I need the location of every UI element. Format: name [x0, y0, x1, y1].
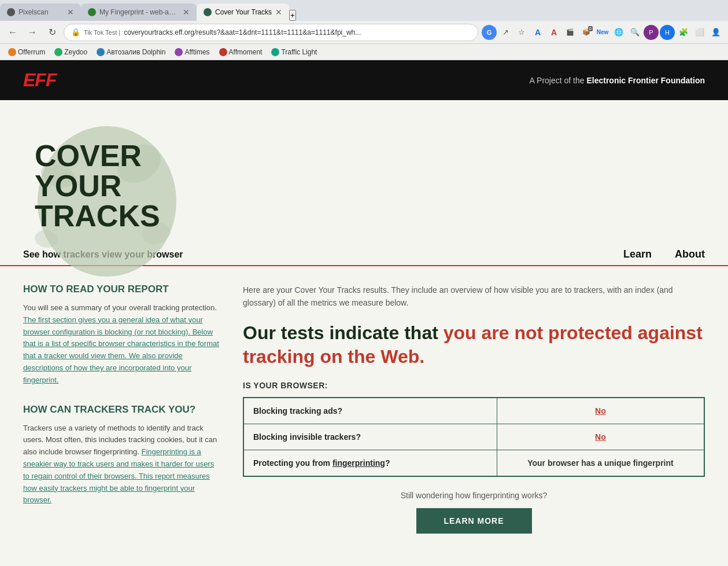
bookmark-label: Affmoment [229, 48, 263, 56]
forward-button[interactable]: → [24, 24, 40, 41]
url-text: coveryourtracks.eff.org/results?&aat=1&d… [124, 28, 361, 36]
wonder-text: Still wondering how fingerprinting works… [243, 491, 705, 500]
first-section-link: The first section gives you a general id… [23, 315, 219, 384]
learn-more-button[interactable]: LEARN MORE [416, 508, 532, 534]
is-browser-label: IS YOUR BROWSER: [243, 381, 705, 390]
protecting-question: Protecting you from fingerprinting? [253, 458, 390, 468]
answer-unique: Your browser has a unique fingerprint [527, 458, 674, 468]
ext-icon1[interactable]: 🎬 [563, 25, 578, 40]
how-to-read-title: HOW TO READ YOUR REPORT [23, 284, 220, 295]
eff-logo[interactable]: EFF [23, 69, 56, 91]
table-cell-answer: No [497, 398, 704, 424]
bookmark-icon [8, 48, 16, 56]
profile-icon[interactable]: 👤 [708, 25, 723, 40]
bookmark-zeydoo[interactable]: Zeydoo [51, 47, 91, 57]
bookmark-avtozaliv[interactable]: Автозалив Dolphin [93, 47, 169, 57]
hero-section: COVER YOUR TRACKS [0, 100, 728, 242]
nav-about[interactable]: About [675, 248, 705, 260]
bookmark-afftimes[interactable]: Afftimes [171, 47, 213, 57]
ext-puzzle-icon[interactable]: 🧩 [676, 25, 691, 40]
google-icon[interactable]: G [482, 25, 497, 40]
address-bar[interactable]: 🔒 Tik Tok Test | coveryourtracks.eff.org… [64, 24, 478, 41]
bookmarks-bar: Offerrum Zeydoo Автозалив Dolphin Afftim… [0, 44, 728, 60]
tab-label: Pixelscan [19, 8, 64, 16]
tab-favicon [7, 8, 15, 16]
lock-icon: 🔒 [71, 28, 80, 36]
table-cell-question: Blocking tracking ads? [243, 398, 497, 424]
hero-title: COVER YOUR TRACKS [23, 117, 202, 231]
bookmark-trafficlight[interactable]: Traffic Light [268, 47, 320, 57]
results-table: Blocking tracking ads? No Blocking invis… [243, 397, 705, 477]
nav-bar: ← → ↻ 🔒 Tik Tok Test | coveryourtracks.e… [0, 21, 728, 44]
bookmark-icon [219, 48, 227, 56]
bookmark-icon [271, 48, 279, 56]
fingerprinting-link[interactable]: fingerprinting [332, 458, 385, 468]
bookmark-affmoment[interactable]: Affmoment [216, 47, 266, 57]
share-icon[interactable]: ↗ [498, 25, 513, 40]
table-cell-question: Blocking invisible trackers? [243, 424, 497, 450]
table-cell-answer: No [497, 424, 704, 450]
bookmark-icon [97, 48, 105, 56]
bookmark-offerrum[interactable]: Offerrum [5, 47, 49, 57]
ext-icon3[interactable]: 🌐 [611, 25, 626, 40]
result-prefix: Our tests indicate that [243, 322, 444, 343]
ext-icon2[interactable]: 📦0 [579, 25, 594, 40]
tagline-normal: A Project of the [530, 76, 587, 85]
table-cell-question: Protecting you from fingerprinting? [243, 450, 497, 476]
tab-bar: Pixelscan ✕ My Fingerprint - web-am-i-un… [0, 0, 728, 21]
table-row: Protecting you from fingerprinting? Your… [243, 450, 704, 476]
back-button[interactable]: ← [5, 24, 21, 41]
tab-coveryourtracks[interactable]: Cover Your Tracks ✕ [197, 3, 289, 21]
tab-pixelscan[interactable]: Pixelscan ✕ [0, 3, 81, 21]
browser-chrome: Pixelscan ✕ My Fingerprint - web-am-i-un… [0, 0, 728, 60]
tab-favicon [88, 8, 96, 16]
main-nav: Learn About [623, 248, 705, 260]
bookmark-icon[interactable]: ☆ [514, 25, 529, 40]
new-tab-button[interactable]: + [289, 10, 296, 21]
hero-logo-area: COVER YOUR TRACKS [23, 117, 202, 231]
bookmark-icon [54, 48, 62, 56]
tab-label: Cover Your Tracks [215, 8, 272, 16]
answer-no-1: No [595, 406, 606, 416]
result-headline: Our tests indicate that you are not prot… [243, 321, 705, 369]
bookmark-label: Afftimes [184, 48, 209, 56]
bookmark-icon [175, 48, 183, 56]
eff-tagline: A Project of the Electronic Frontier Fou… [530, 76, 705, 85]
intro-text: Here are your Cover Your Tracks results.… [243, 284, 705, 310]
split-view-icon[interactable]: ⬜ [692, 25, 707, 40]
how-trackers-body: Trackers use a variety of methods to ide… [23, 422, 220, 507]
tab-close[interactable]: ✕ [275, 8, 282, 17]
right-panel: Here are your Cover Your Tracks results.… [243, 284, 705, 534]
table-cell-answer: Your browser has a unique fingerprint [497, 450, 704, 476]
tab-close[interactable]: ✕ [183, 8, 190, 17]
reload-button[interactable]: ↻ [44, 24, 60, 41]
how-to-read-body: You will see a summary of your overall t… [23, 302, 220, 387]
tab-favicon [204, 8, 212, 16]
table-row: Blocking invisible trackers? No [243, 424, 704, 450]
bookmark-label: Traffic Light [281, 48, 317, 56]
how-to-read-text: You will see a summary of your overall t… [23, 303, 217, 312]
content-area: HOW TO READ YOUR REPORT You will see a s… [0, 266, 728, 551]
tab-close[interactable]: ✕ [67, 8, 74, 17]
tagline-bold: Electronic Frontier Foundation [586, 76, 705, 85]
bookmark-label: Zeydoo [64, 48, 87, 56]
ext-icon6[interactable]: H [660, 25, 675, 40]
left-panel: HOW TO READ YOUR REPORT You will see a s… [23, 284, 220, 534]
site-header: EFF A Project of the Electronic Frontier… [0, 60, 728, 100]
ext-icon4[interactable]: 🔍 [627, 25, 642, 40]
bookmark-label: Offerrum [18, 48, 45, 56]
adblocker-a2-icon[interactable]: A [546, 25, 561, 40]
ext-icon5[interactable]: P [644, 25, 659, 40]
how-trackers-title: HOW CAN TRACKERS TRACK YOU? [23, 404, 220, 416]
nav-learn[interactable]: Learn [623, 248, 652, 260]
answer-no-2: No [595, 432, 606, 442]
tab-fingerprint[interactable]: My Fingerprint - web-am-i-uniq ✕ [81, 3, 197, 21]
tab-label: My Fingerprint - web-am-i-uniq [99, 8, 179, 16]
browser-nav-icons: G ↗ ☆ A A 🎬 📦0 New 🌐 🔍 P H 🧩 ⬜ 👤 [482, 25, 723, 40]
website-body: EFF A Project of the Electronic Frontier… [0, 60, 728, 551]
hero-title-text: COVER YOUR TRACKS [35, 141, 202, 231]
site-info: Tik Tok Test | [84, 29, 120, 36]
ext-new-icon[interactable]: New [595, 25, 610, 40]
adblocker-a-icon[interactable]: A [530, 25, 545, 40]
table-row: Blocking tracking ads? No [243, 398, 704, 424]
